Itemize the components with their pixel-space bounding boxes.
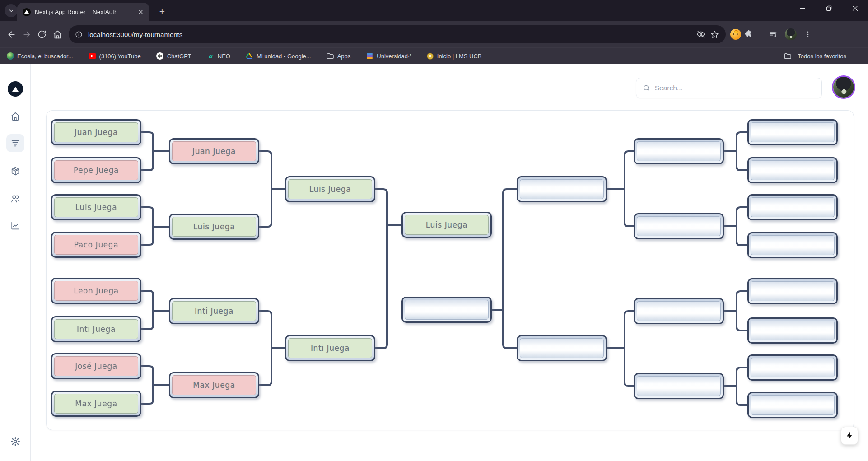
sidebar-item-settings[interactable] bbox=[6, 433, 24, 451]
bookmark-youtube[interactable]: (3106) YouTube bbox=[89, 52, 141, 60]
media-controls-button[interactable] bbox=[766, 27, 781, 42]
close-window-button[interactable] bbox=[842, 0, 868, 16]
bracket-slot[interactable] bbox=[747, 157, 838, 183]
sidebar-item-tournaments[interactable] bbox=[6, 134, 24, 152]
bookmark-label: ChatGPT bbox=[167, 53, 191, 60]
bookmark-ecosia[interactable]: Ecosia, el buscador... bbox=[6, 52, 73, 60]
universidad-books-icon bbox=[366, 52, 373, 60]
player-name: Juan Juega bbox=[75, 128, 118, 137]
player-name: Pepe Juega bbox=[74, 166, 119, 175]
bracket-slot[interactable] bbox=[747, 232, 838, 258]
ecosia-globe-icon bbox=[6, 52, 14, 60]
bracket-slot[interactable]: Luis Juega bbox=[169, 214, 259, 240]
back-button[interactable] bbox=[4, 27, 19, 42]
bookmark-chatgpt[interactable]: ChatGPT bbox=[156, 52, 191, 60]
bracket-slot[interactable] bbox=[517, 335, 607, 361]
player-name: Juan Juega bbox=[192, 147, 236, 156]
bookmark-label: Apps bbox=[337, 53, 351, 60]
browser-menu-button[interactable] bbox=[800, 27, 816, 42]
chevron-down-icon bbox=[8, 8, 14, 14]
bracket-slot[interactable]: Inti Juega bbox=[169, 298, 259, 324]
sidebar-item-packages[interactable] bbox=[6, 162, 24, 180]
bookmark-label: Inicio | LMS UCB bbox=[437, 53, 482, 60]
site-info-icon[interactable] bbox=[75, 31, 83, 38]
bracket-slot[interactable]: Luis Juega bbox=[51, 194, 141, 220]
search-input[interactable] bbox=[655, 84, 815, 92]
tournament-bracket: Juan JuegaPepe JuegaLuis JuegaPaco Juega… bbox=[47, 111, 854, 430]
bracket-slot[interactable] bbox=[747, 392, 838, 418]
bracket-slot[interactable] bbox=[747, 194, 838, 220]
sidebar-item-home[interactable] bbox=[6, 107, 24, 126]
player-name: Luis Juega bbox=[193, 222, 235, 231]
window-controls bbox=[789, 0, 868, 16]
puzzle-icon bbox=[744, 30, 753, 39]
search-icon bbox=[643, 84, 650, 92]
bracket-slot[interactable]: Leon Juega bbox=[51, 278, 141, 304]
player-name: Leon Juega bbox=[74, 286, 119, 295]
bracket-slot[interactable] bbox=[747, 119, 838, 145]
search-box[interactable] bbox=[636, 78, 822, 98]
tab-close-icon[interactable] bbox=[136, 8, 145, 16]
app-logo[interactable] bbox=[8, 81, 23, 97]
password-hidden-button[interactable] bbox=[694, 28, 708, 41]
bracket-slot[interactable]: Juan Juega bbox=[169, 138, 259, 164]
bracket-slot[interactable] bbox=[634, 373, 724, 399]
forward-button[interactable] bbox=[19, 27, 34, 42]
bookmark-label: Mi unidad - Google... bbox=[257, 53, 311, 60]
playlist-music-icon bbox=[769, 30, 778, 39]
player-name: Inti Juega bbox=[195, 307, 233, 316]
restore-button[interactable] bbox=[816, 0, 842, 16]
user-avatar[interactable] bbox=[833, 77, 854, 98]
bracket-slot[interactable] bbox=[634, 138, 724, 164]
bracket-connectors bbox=[47, 111, 854, 430]
minimize-button[interactable] bbox=[789, 0, 816, 16]
tab-strip: Next.js App Router + NextAuth + bbox=[0, 0, 868, 21]
browser-tab[interactable]: Next.js App Router + NextAuth bbox=[17, 3, 149, 21]
all-bookmarks-button[interactable]: Todos los favoritos bbox=[768, 51, 846, 61]
bracket-slot[interactable] bbox=[634, 213, 724, 239]
bracket-slot[interactable] bbox=[747, 354, 838, 381]
extension-emoji-icon[interactable] bbox=[730, 29, 741, 40]
bookmark-label: NEO bbox=[218, 53, 230, 60]
bracket-slot[interactable] bbox=[517, 176, 607, 202]
sidebar-item-stats[interactable] bbox=[6, 217, 24, 235]
bookmarks-bar: Ecosia, el buscador... (3106) YouTube Ch… bbox=[0, 47, 868, 64]
bracket-slot[interactable]: Max Juega bbox=[169, 372, 259, 398]
bookmark-lms-ucb[interactable]: Inicio | LMS UCB bbox=[426, 52, 482, 60]
package-box-icon bbox=[10, 166, 20, 176]
bracket-slot[interactable]: Luis Juega bbox=[285, 176, 375, 202]
bookmark-google-drive[interactable]: Mi unidad - Google... bbox=[246, 52, 311, 60]
bracket-slot[interactable] bbox=[401, 297, 492, 323]
bracket-slot[interactable]: Luis Juega bbox=[401, 212, 492, 238]
address-bar[interactable]: localhost:3000/my-tournaments bbox=[69, 25, 726, 43]
home-button[interactable] bbox=[50, 27, 65, 42]
extensions-button[interactable] bbox=[741, 27, 756, 42]
nextjs-devtools-badge[interactable] bbox=[841, 427, 858, 445]
bracket-slot[interactable]: Max Juega bbox=[51, 391, 141, 417]
bookmark-neo[interactable]: α NEO bbox=[207, 52, 230, 60]
sidebar-item-users[interactable] bbox=[6, 190, 24, 208]
bracket-slot[interactable]: Paco Juega bbox=[51, 232, 141, 258]
url-text: localhost:3000/my-tournaments bbox=[88, 31, 694, 38]
profile-avatar-small[interactable] bbox=[785, 28, 797, 40]
bracket-slot[interactable]: José Juega bbox=[51, 353, 141, 379]
bookmark-universidad[interactable]: Universidad·' bbox=[366, 52, 411, 60]
bracket-slot[interactable] bbox=[747, 278, 838, 304]
new-tab-button[interactable]: + bbox=[156, 6, 168, 18]
bracket-slot[interactable] bbox=[747, 317, 838, 344]
bracket-slot[interactable]: Inti Juega bbox=[285, 335, 375, 361]
bookmark-label: Ecosia, el buscador... bbox=[17, 53, 73, 60]
bracket-slot[interactable]: Inti Juega bbox=[51, 316, 141, 342]
bookmark-star-button[interactable] bbox=[708, 28, 721, 41]
sidebar bbox=[0, 64, 31, 461]
tab-search-button[interactable] bbox=[5, 4, 18, 17]
bookmark-apps-folder[interactable]: Apps bbox=[327, 52, 351, 60]
player-name: Luis Juega bbox=[309, 185, 351, 194]
player-name: Max Juega bbox=[193, 381, 235, 390]
bracket-slot[interactable] bbox=[634, 298, 724, 324]
bracket-slot[interactable]: Pepe Juega bbox=[51, 157, 141, 183]
reload-button[interactable] bbox=[34, 27, 50, 42]
bracket-slot[interactable]: Juan Juega bbox=[51, 119, 141, 145]
player-name: Inti Juega bbox=[77, 325, 116, 334]
bookmark-label: (3106) YouTube bbox=[99, 53, 141, 60]
